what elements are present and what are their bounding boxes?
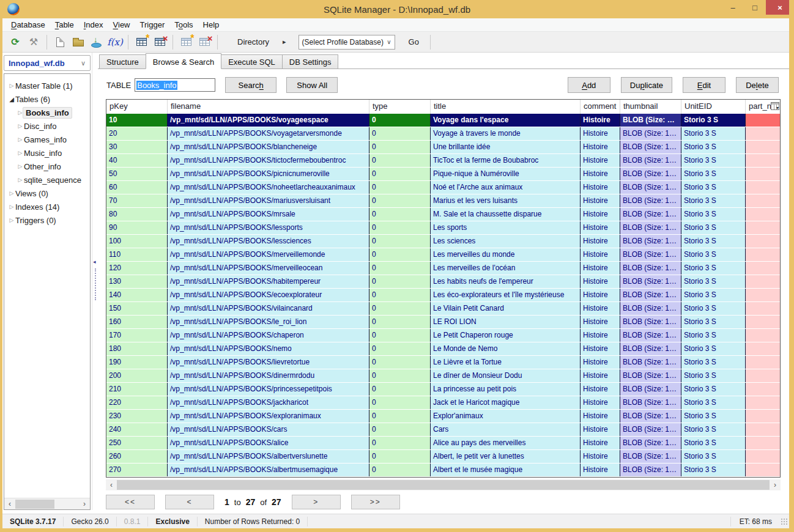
scroll-right-icon[interactable]: › [770,480,781,490]
column-picker-icon[interactable]: ▾ [771,102,779,110]
sidebar-splitter[interactable]: ◂ [92,53,98,510]
last-page-button[interactable]: >> [351,495,400,509]
sidebar-item-master-table-1[interactable]: ▷Master Table (1) [4,79,90,92]
menu-help[interactable]: Help [198,20,224,29]
open-database-icon[interactable] [70,34,86,50]
menu-index[interactable]: Index [79,20,108,29]
tab-db-settings[interactable]: DB Settings [282,54,339,68]
table-row[interactable]: 20/vp_mnt/sd/LLN/APPS/BOOKS/voyagetarver… [106,127,780,140]
tools-icon[interactable]: ⚒ [26,34,42,50]
expand-icon[interactable]: ▷ [8,217,15,223]
table-row[interactable]: 110/vp_mnt/sd/LLN/APPS/BOOKS/merveillemo… [106,248,780,261]
expand-icon[interactable]: ▷ [8,83,15,89]
import-icon[interactable]: ↓ [89,34,105,50]
sidebar-item-books-info[interactable]: ▷Books_info [4,106,90,119]
table-row[interactable]: 250/vp_mnt/sd/LLN/APPS/BOOKS/alice0Alice… [106,437,780,449]
table-row[interactable]: 190/vp_mnt/sd/LLN/APPS/BOOKS/lievretortu… [106,356,780,369]
table-row[interactable]: 50/vp_mnt/sd/LLN/APPS/BOOKS/picnicnumero… [106,168,780,180]
column-header-filename[interactable]: filename [168,100,369,114]
refresh-icon[interactable]: ⟳ [7,34,23,50]
table-row[interactable]: 60/vp_mnt/sd/LLN/APPS/BOOKS/noheetlarche… [106,181,780,194]
search-button[interactable]: Search [225,77,276,93]
sidebar-item-other-info[interactable]: ▷Other_info [4,160,90,173]
duplicate-button[interactable]: Duplicate [621,77,672,93]
table-row[interactable]: 150/vp_mnt/sd/LLN/APPS/BOOKS/vilaincanar… [106,302,780,315]
menu-database[interactable]: Database [6,20,50,29]
expand-icon[interactable]: ▷ [17,136,24,142]
sidebar-item-indexes-14[interactable]: ▷Indexes (14) [4,200,90,213]
new-database-icon[interactable] [52,34,68,50]
column-header-uniteid[interactable]: UnitEID [681,100,746,114]
sidebar-item-music-info[interactable]: ▷Music_info [4,146,90,160]
scrollbar-thumb[interactable] [15,500,54,509]
table-row[interactable]: 160/vp_mnt/sd/LLN/APPS/BOOKS/le_roi_lion… [106,316,780,328]
directory-button[interactable]: Directory▸ [237,37,286,46]
expand-icon[interactable]: ▷ [17,163,24,169]
grid-horizontal-scrollbar[interactable]: ‹ › [106,479,781,490]
expand-icon[interactable]: ▷ [17,123,24,129]
sidebar-horizontal-scrollbar[interactable]: ‹ › [4,498,90,509]
tab-execute-sql[interactable]: Execute SQL [221,54,283,68]
column-header-title[interactable]: title [431,100,581,114]
sidebar-item-triggers-0[interactable]: ▷Triggers (0) [4,213,90,227]
delete-button[interactable]: Delete [736,77,779,93]
table-row[interactable]: 200/vp_mnt/sd/LLN/APPS/BOOKS/dinermrdodu… [106,369,780,382]
column-header-part-nu[interactable]: part_nu▾ [746,100,780,114]
table-row[interactable]: 100/vp_mnt/sd/LLN/APPS/BOOKS/lessciences… [106,235,780,248]
menu-view[interactable]: View [108,20,135,29]
next-page-button[interactable]: > [292,495,341,509]
table-row[interactable]: 270/vp_mnt/sd/LLN/APPS/BOOKS/albertmusem… [106,464,780,476]
drop-table-icon[interactable]: × [152,34,168,50]
table-row[interactable]: 240/vp_mnt/sd/LLN/APPS/BOOKS/cars0CarsHi… [106,423,780,436]
functions-icon[interactable]: f(x) [107,34,123,50]
table-row[interactable]: 180/vp_mnt/sd/LLN/APPS/BOOKS/nemo0Le Mon… [106,342,780,355]
scroll-left-icon[interactable]: ‹ [4,499,15,509]
create-index-icon[interactable]: * [178,34,194,50]
profile-database-select[interactable]: (Select Profile Database)∨ [299,35,395,50]
menu-tools[interactable]: Tools [169,20,198,29]
table-row[interactable]: 120/vp_mnt/sd/LLN/APPS/BOOKS/merveilleoc… [106,262,780,275]
expand-icon[interactable]: ▷ [8,190,15,196]
table-row[interactable]: 30/vp_mnt/sd/LLN/APPS/BOOKS/blancheneige… [106,141,780,153]
resize-grip[interactable] [781,518,788,525]
expand-icon[interactable]: ▷ [17,150,24,156]
scroll-right-icon[interactable]: › [79,499,90,509]
expand-icon[interactable]: ▷ [17,177,24,183]
drop-index-icon[interactable]: × [196,34,212,50]
tab-structure[interactable]: Structure [99,54,146,68]
column-header-pkey[interactable]: pKey [106,100,168,114]
edit-button[interactable]: Edit [683,77,725,93]
scroll-left-icon[interactable]: ‹ [106,480,117,490]
collapse-sidebar-icon[interactable]: ◂ [93,259,96,265]
table-row[interactable]: 80/vp_mnt/sd/LLN/APPS/BOOKS/mrsale0M. Sa… [106,208,780,221]
table-row[interactable]: 220/vp_mnt/sd/LLN/APPS/BOOKS/jackharicot… [106,396,780,409]
table-row[interactable]: 210/vp_mnt/sd/LLN/APPS/BOOKS/princessepe… [106,383,780,396]
table-row[interactable]: 130/vp_mnt/sd/LLN/APPS/BOOKS/habitempere… [106,275,780,288]
table-row[interactable]: 10/vp_mnt/sd/LLN/APPS/BOOKS/voyageespace… [106,114,780,127]
menu-trigger[interactable]: Trigger [135,20,170,29]
table-row[interactable]: 230/vp_mnt/sd/LLN/APPS/BOOKS/exploranima… [106,410,780,423]
first-page-button[interactable]: << [106,495,155,509]
column-header-thumbnail[interactable]: thumbnail [620,100,681,114]
scrollbar-thumb[interactable] [117,480,770,490]
sidebar-item-disc-info[interactable]: ▷Disc_info [4,119,90,133]
menu-table[interactable]: Table [50,20,79,29]
create-table-icon[interactable]: * [133,34,149,50]
database-select[interactable]: Innopad_wf.db ∨ [4,55,91,71]
sidebar-item-views-0[interactable]: ▷Views (0) [4,187,90,200]
table-row[interactable]: 170/vp_mnt/sd/LLN/APPS/BOOKS/chaperon0Le… [106,329,780,342]
add-button[interactable]: Add [568,77,610,93]
sidebar-item-sqlite-sequence[interactable]: ▷sqlite_sequence [4,173,90,187]
go-button[interactable]: Go [401,37,426,46]
collapse-icon[interactable]: ◢ [8,96,15,103]
column-header-type[interactable]: type [369,100,431,114]
table-row[interactable]: 70/vp_mnt/sd/LLN/APPS/BOOKS/mariusverslu… [106,194,780,207]
sidebar-item-tables-6[interactable]: ◢Tables (6) [4,92,90,106]
tab-browse-search[interactable]: Browse & Search [146,53,221,69]
table-row[interactable]: 140/vp_mnt/sd/LLN/APPS/BOOKS/ecoexplorat… [106,289,780,301]
expand-icon[interactable]: ▷ [8,204,15,210]
sidebar-item-games-info[interactable]: ▷Games_info [4,133,90,146]
prev-page-button[interactable]: < [165,495,214,509]
show-all-button[interactable]: Show All [286,77,338,93]
column-header-comment[interactable]: comment [581,100,620,114]
